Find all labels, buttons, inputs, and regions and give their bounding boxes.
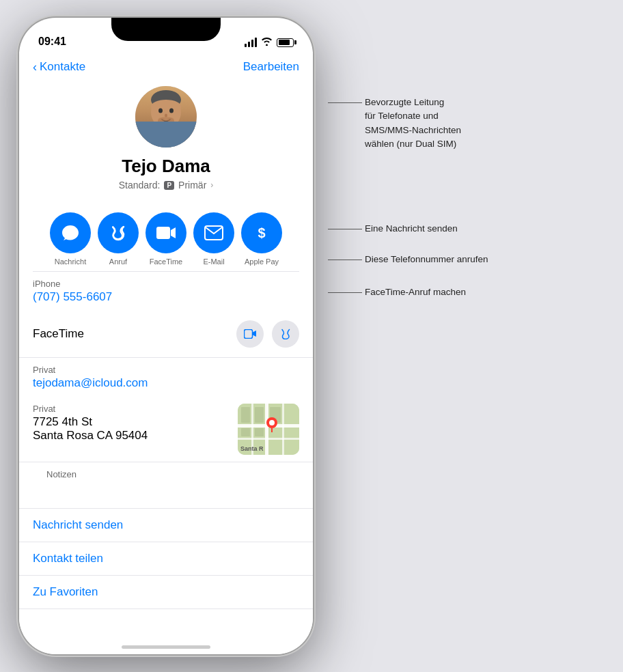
edit-button[interactable]: Bearbeiten — [243, 60, 299, 74]
subtitle-arrow: › — [210, 180, 213, 190]
annotation-call-number: Diese Telefonnummer anrufen — [328, 253, 623, 266]
annotation-call-number-text: Diese Telefonnummer anrufen — [365, 253, 488, 266]
email-btn-label: E-Mail — [203, 257, 224, 266]
annotation-facetime-call-text: FaceTime-Anruf machen — [365, 285, 466, 299]
avatar — [135, 86, 197, 148]
battery-icon — [277, 38, 294, 47]
facetime-btn-label: FaceTime — [150, 257, 183, 266]
annotation-dual-sim-text: Bevorzugte Leitungfür Telefonate undSMS/… — [365, 96, 461, 151]
primary-label: Primär — [178, 180, 206, 191]
facetime-audio-button[interactable] — [272, 320, 299, 348]
sim-badge: P — [164, 181, 174, 190]
facetime-icon-circle — [146, 212, 186, 253]
avatar-image — [135, 86, 197, 148]
add-favorites-label: Zu Favoriten — [33, 585, 299, 599]
add-favorites-link[interactable]: Zu Favoriten — [19, 576, 313, 609]
address-line2: Santa Rosa CA 95404 — [33, 429, 148, 443]
call-icon-circle — [98, 212, 139, 253]
notes-row: Notizen — [33, 462, 299, 508]
call-btn-label: Anruf — [109, 257, 127, 266]
notes-label: Notizen — [46, 469, 286, 479]
status-time: 09:41 — [38, 36, 66, 48]
phone-shell: 09:41 — [19, 18, 313, 654]
screen: ‹ Kontakte Bearbeiten — [19, 52, 313, 654]
map-thumbnail[interactable]: Santa R — [238, 404, 299, 455]
email-action-button[interactable]: E-Mail — [193, 212, 234, 266]
message-btn-label: Nachricht — [55, 257, 86, 266]
nav-bar: ‹ Kontakte Bearbeiten — [19, 52, 313, 79]
bottom-spacer — [19, 609, 313, 636]
address-row: Privat 7725 4th St Santa Rosa CA 95404 — [19, 397, 313, 462]
applepay-action-button[interactable]: $ Apple Pay — [241, 212, 282, 266]
applepay-icon-circle: $ — [241, 212, 282, 253]
svg-rect-22 — [255, 428, 264, 436]
map-label: Santa R — [240, 445, 296, 452]
action-buttons-row: Nachricht Anruf — [19, 201, 313, 271]
email-label: Privat — [33, 365, 299, 375]
send-message-link[interactable]: Nachricht senden — [19, 509, 313, 542]
annotation-send-message: Eine Nachricht senden — [328, 222, 623, 236]
svg-point-5 — [165, 114, 167, 117]
iphone-label: iPhone — [33, 279, 299, 289]
svg-point-7 — [158, 117, 165, 123]
notch — [111, 18, 221, 41]
svg-point-2 — [151, 100, 181, 113]
email-section: Privat tejodama@icloud.com — [19, 358, 313, 397]
back-label: Kontakte — [40, 60, 85, 74]
email-value[interactable]: tejodama@icloud.com — [33, 376, 299, 390]
contact-subtitle[interactable]: Standard: P Primär › — [119, 180, 214, 191]
facetime-action-button[interactable]: FaceTime — [146, 212, 186, 266]
address-label: Privat — [33, 404, 148, 414]
signal-icon — [245, 38, 257, 47]
facetime-row: FaceTime — [19, 311, 313, 358]
svg-rect-9 — [156, 227, 170, 239]
svg-rect-18 — [241, 407, 250, 423]
svg-rect-11 — [245, 330, 253, 339]
phone-row: iPhone (707) 555-6607 — [33, 272, 299, 311]
send-message-label: Nachricht senden — [33, 518, 299, 532]
phone-number[interactable]: (707) 555-6607 — [33, 290, 299, 304]
status-icons — [245, 37, 294, 48]
phone-section: iPhone (707) 555-6607 — [19, 272, 313, 311]
annotation-facetime-call: FaceTime-Anruf machen — [328, 285, 623, 299]
svg-point-4 — [169, 109, 174, 113]
chevron-left-icon: ‹ — [33, 61, 37, 73]
address-text: Privat 7725 4th St Santa Rosa CA 95404 — [33, 404, 148, 443]
applepay-btn-label: Apple Pay — [245, 257, 279, 266]
svg-rect-15 — [238, 438, 299, 440]
annotation-dual-sim: Bevorzugte Leitungfür Telefonate undSMS/… — [328, 96, 623, 151]
annotations-panel: Bevorzugte Leitungfür Telefonate undSMS/… — [328, 0, 623, 672]
address-line1: 7725 4th St — [33, 415, 148, 429]
email-icon-circle — [193, 212, 234, 253]
message-action-button[interactable]: Nachricht — [50, 212, 91, 266]
notes-section: Notizen — [19, 462, 313, 508]
share-contact-label: Kontakt teilen — [33, 552, 299, 565]
annotation-send-message-text: Eine Nachricht senden — [365, 222, 458, 236]
home-indicator[interactable] — [122, 645, 210, 649]
email-row: Privat tejodama@icloud.com — [33, 358, 299, 397]
facetime-video-button[interactable] — [236, 320, 264, 348]
svg-rect-19 — [255, 407, 264, 423]
svg-point-24 — [269, 420, 275, 425]
back-button[interactable]: ‹ Kontakte — [33, 60, 85, 74]
wifi-icon — [261, 37, 273, 48]
facetime-action-icons — [236, 320, 299, 348]
contact-header: Tejo Dama Standard: P Primär › — [19, 79, 313, 201]
subtitle-label: Standard: — [119, 180, 161, 191]
contact-name: Tejo Dama — [122, 156, 210, 177]
svg-point-3 — [158, 109, 163, 113]
facetime-label: FaceTime — [33, 327, 84, 341]
scene: 09:41 — [0, 0, 623, 672]
svg-rect-21 — [241, 428, 250, 436]
svg-point-8 — [167, 117, 174, 123]
share-contact-link[interactable]: Kontakt teilen — [19, 542, 313, 576]
message-icon-circle — [50, 212, 91, 253]
call-action-button[interactable]: Anruf — [98, 212, 139, 266]
